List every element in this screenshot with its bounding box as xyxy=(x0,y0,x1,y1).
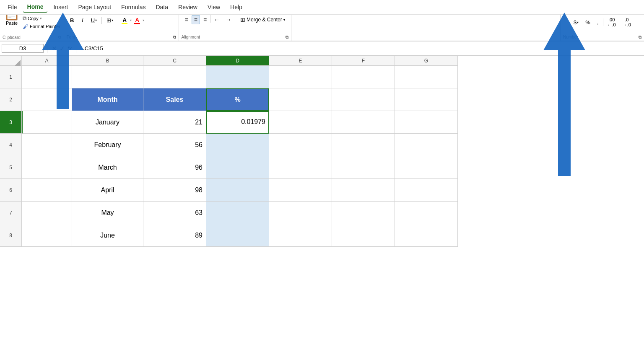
cell-b2[interactable]: Month xyxy=(72,88,143,111)
row-header-6[interactable]: 6 xyxy=(0,179,22,202)
cell-f4[interactable] xyxy=(332,134,395,156)
copy-dropdown[interactable]: ▾ xyxy=(40,16,42,21)
cell-e1[interactable] xyxy=(269,66,332,88)
cell-g4[interactable] xyxy=(395,134,458,156)
alignment-expand[interactable]: ⧉ xyxy=(286,35,288,40)
cell-e8[interactable] xyxy=(269,224,332,247)
fill-dropdown[interactable]: ▾ xyxy=(130,18,132,22)
fill-color-btn[interactable]: A xyxy=(120,16,129,25)
menu-item-help[interactable]: Help xyxy=(226,2,247,12)
cell-a6[interactable] xyxy=(22,179,72,202)
cell-d4[interactable] xyxy=(206,134,269,156)
row-header-8[interactable]: 8 xyxy=(0,224,22,247)
cell-d2[interactable]: % xyxy=(206,88,269,111)
row-header-3[interactable]: 3 xyxy=(0,111,22,134)
cell-d8[interactable] xyxy=(206,224,269,247)
menu-item-formulas[interactable]: Formulas xyxy=(117,2,150,12)
cell-c2[interactable]: Sales xyxy=(143,88,206,111)
col-header-b[interactable]: B xyxy=(72,56,143,66)
cell-d1[interactable] xyxy=(206,66,269,88)
font-expand[interactable]: ⧉ xyxy=(173,35,176,40)
underline-dropdown[interactable]: ▾ xyxy=(95,18,97,22)
cell-b8[interactable]: June xyxy=(72,224,143,247)
col-header-c[interactable]: C xyxy=(143,56,206,66)
italic-btn[interactable]: I xyxy=(78,16,87,25)
cell-f7[interactable] xyxy=(332,202,395,224)
cell-a7[interactable] xyxy=(22,202,72,224)
row-header-1[interactable]: 1 xyxy=(0,66,22,88)
cell-d5[interactable] xyxy=(206,156,269,179)
cell-e6[interactable] xyxy=(269,179,332,202)
name-box[interactable]: D3 xyxy=(2,44,44,53)
cell-c1[interactable] xyxy=(143,66,206,88)
cell-c8[interactable]: 89 xyxy=(143,224,206,247)
cell-a5[interactable] xyxy=(22,156,72,179)
menu-item-review[interactable]: Review xyxy=(174,2,202,12)
row-header-4[interactable]: 4 xyxy=(0,134,22,156)
col-header-a[interactable]: A xyxy=(22,56,72,66)
cell-c5[interactable]: 96 xyxy=(143,156,206,179)
cell-a8[interactable] xyxy=(22,224,72,247)
copy-label[interactable]: Copy xyxy=(28,16,39,21)
cell-c4[interactable]: 56 xyxy=(143,134,206,156)
row-header-7[interactable]: 7 xyxy=(0,202,22,224)
decimal-inc-btn[interactable]: .00←.0 xyxy=(605,16,618,28)
comma-btn[interactable]: , xyxy=(595,18,601,27)
cell-b1[interactable] xyxy=(72,66,143,88)
menu-item-insert[interactable]: Insert xyxy=(49,2,72,12)
cell-e5[interactable] xyxy=(269,156,332,179)
cell-f2[interactable] xyxy=(332,88,395,111)
cell-f5[interactable] xyxy=(332,156,395,179)
row-header-2[interactable]: 2 xyxy=(0,88,22,111)
col-header-f[interactable]: F xyxy=(332,56,395,66)
cell-b7[interactable]: May xyxy=(72,202,143,224)
underline-btn[interactable]: U▾ xyxy=(88,16,99,25)
cell-a3[interactable] xyxy=(22,111,72,134)
cell-b3[interactable]: January xyxy=(72,111,143,134)
cell-f8[interactable] xyxy=(332,224,395,247)
cell-a1[interactable] xyxy=(22,66,72,88)
cell-e3[interactable] xyxy=(269,111,332,134)
bold-btn[interactable]: B xyxy=(68,16,77,25)
formula-input[interactable]: =C3/C15 xyxy=(78,45,642,52)
cell-g2[interactable] xyxy=(395,88,458,111)
cell-f3[interactable] xyxy=(332,111,395,134)
format-painter-btn[interactable]: 🖌 Format Painter xyxy=(23,23,60,30)
menu-item-file[interactable]: File xyxy=(3,2,21,12)
formula-cancel-icon[interactable]: ✕ xyxy=(52,45,57,52)
row-header-5[interactable]: 5 xyxy=(0,156,22,179)
decimal-dec-btn[interactable]: .0→.0 xyxy=(620,16,634,28)
cell-c6[interactable]: 98 xyxy=(143,179,206,202)
menu-item-view[interactable]: View xyxy=(203,2,224,12)
cell-f6[interactable] xyxy=(332,179,395,202)
cell-a2[interactable] xyxy=(22,88,72,111)
cell-b5[interactable]: March xyxy=(72,156,143,179)
menu-item-page layout[interactable]: Page Layout xyxy=(74,2,115,12)
col-header-e[interactable]: E xyxy=(269,56,332,66)
cell-g3[interactable] xyxy=(395,111,458,134)
cell-g1[interactable] xyxy=(395,66,458,88)
align-right-btn[interactable]: ≡ xyxy=(201,15,209,24)
cell-b4[interactable]: February xyxy=(72,134,143,156)
dollar-dropdown[interactable]: ▾ xyxy=(577,21,579,24)
menu-item-data[interactable]: Data xyxy=(151,2,172,12)
indent-dec-btn[interactable]: ← xyxy=(211,15,222,24)
border-btn[interactable]: ⊞▾ xyxy=(104,16,116,25)
cell-g5[interactable] xyxy=(395,156,458,179)
align-center-btn[interactable]: ≡ xyxy=(192,15,200,24)
cell-b6[interactable]: April xyxy=(72,179,143,202)
formula-confirm-icon[interactable]: ✓ xyxy=(60,45,65,52)
cell-e7[interactable] xyxy=(269,202,332,224)
formula-fx-icon[interactable]: fx xyxy=(68,45,72,52)
cell-d3[interactable]: 0.01979 xyxy=(206,111,269,134)
cell-g8[interactable] xyxy=(395,224,458,247)
font-color-dropdown[interactable]: ▾ xyxy=(143,18,144,22)
number-expand[interactable]: ⧉ xyxy=(639,35,641,40)
cell-g7[interactable] xyxy=(395,202,458,224)
cell-d7[interactable] xyxy=(206,202,269,224)
cell-c7[interactable]: 63 xyxy=(143,202,206,224)
col-header-d[interactable]: D xyxy=(206,56,269,66)
dollar-btn[interactable]: $ ▾ xyxy=(571,18,581,27)
col-header-g[interactable]: G xyxy=(395,56,458,66)
cell-d6[interactable] xyxy=(206,179,269,202)
